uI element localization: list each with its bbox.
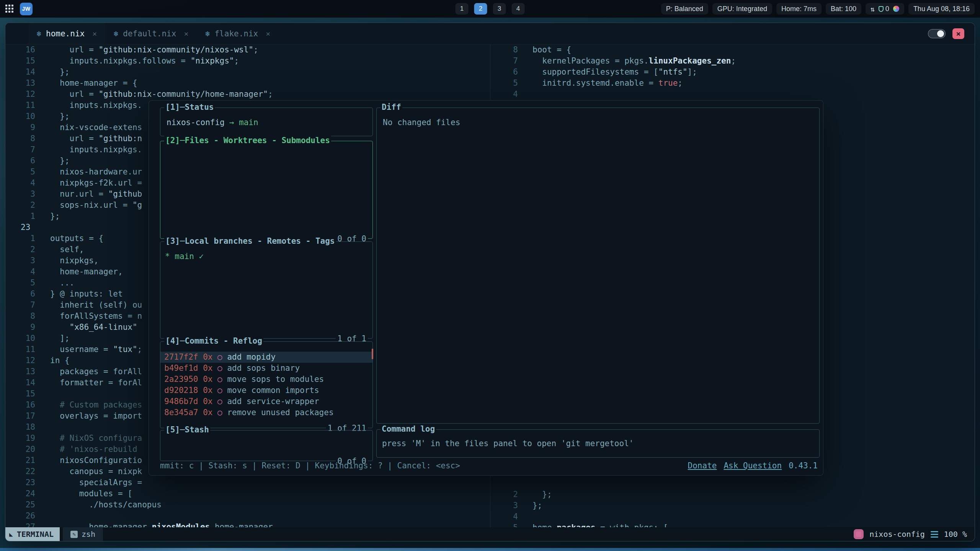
lazygit-status-panel[interactable]: [1]─Status nixos-config→ main [160,108,373,136]
code-text: inherit (self) ou [50,300,142,311]
code-line: 14 }; [5,67,490,78]
line-number: 3 [5,189,35,200]
workspace-2[interactable]: 2 [474,3,487,15]
code-text: username = "tux"; [50,344,142,355]
code-line: 7 kernelPackages = pkgs.linuxPackages_ze… [490,55,975,67]
line-number: 4 [490,511,518,522]
tab-label: home.nix [46,29,85,38]
commit-graph-node: ○ [217,352,227,363]
nix-snowflake-icon: ❄ [37,29,41,38]
code-text: overlays = import [50,411,142,422]
tab-label: flake.nix [214,29,258,38]
commit-row[interactable]: b49ef1d 0x ○ add sops binary [160,363,372,374]
line-number: 6 [5,289,35,300]
code-text: forAllSystems = n [50,311,142,322]
system-tray[interactable]: ⇅ 0 [866,3,904,15]
workspace-4[interactable]: 4 [512,3,525,15]
tab-default.nix[interactable]: ❄default.nix× [105,23,197,44]
commit-hash: 9486b7d [164,396,198,407]
line-number: 23 [5,222,35,233]
line-number: 16 [5,399,35,411]
code-text: inputs.nixpkgs.follows = "nixpkgs"; [50,55,239,67]
line-number: 3 [5,255,35,266]
battery-chip[interactable]: Bat: 100 [826,3,861,15]
commit-hash: 2717f2f [164,352,198,363]
line-number: 13 [5,78,35,89]
lazygit-version: 0.43.1 [789,461,818,470]
line-number: 2 [5,244,35,255]
mode-label: TERMINAL [17,530,54,539]
line-number: 2 [490,489,518,500]
donate-link[interactable]: Donate [688,461,717,470]
commit-row[interactable]: 2717f2f 0x ○ add mopidy [160,352,372,363]
apps-grid-icon[interactable] [5,5,14,13]
line-number: 10 [5,333,35,344]
tab-flake.nix[interactable]: ❄flake.nix× [197,23,279,44]
shield-icon[interactable]: 0 [879,5,889,13]
lazygit-files-panel[interactable]: [2]─Files - Worktrees - Submodules 0 of … [160,141,373,239]
code-text: initrd.systemd.enable = true; [532,78,683,89]
code-text: formatter = forAl [50,377,142,388]
commits-scrollbar[interactable] [372,349,373,359]
lazygit-diff-panel[interactable]: Diff No changed files [376,108,820,424]
network-icon[interactable]: ⇅ [871,5,875,13]
workspace-1[interactable]: 1 [456,3,469,15]
line-number: 5 [5,277,35,289]
repo-icon [854,529,864,539]
code-text: modules = [ [50,488,132,499]
stash-panel-title: [5]─Stash [164,425,210,434]
code-text: nixpkgs-f2k.url = [50,178,142,189]
commit-row[interactable]: 2a23950 0x ○ move sops to modules [160,374,372,385]
code-line: 26 [5,510,490,522]
code-text: ./hosts/canopus [50,499,162,510]
editor-content: 16 url = "github:nix-community/nixos-wsl… [5,44,975,527]
scroll-percent: 100 % [944,530,967,539]
commit-row[interactable]: 9486b7d 0x ○ add service-wrapper [160,396,372,407]
commit-row[interactable]: 8e345a7 0x ○ remove unused packages [160,407,372,418]
ping-chip[interactable]: Home: 7ms [776,3,822,15]
lazygit-branches-panel[interactable]: [3]─Local branches - Remotes - Tags * ma… [160,241,373,339]
line-number: 25 [5,499,35,510]
tab-close-icon[interactable]: × [92,29,97,38]
gpu-chip[interactable]: GPU: Integrated [712,3,772,15]
lazygit-stash-panel[interactable]: [5]─Stash 0 of 0 [160,430,373,461]
tab-home.nix[interactable]: ❄home.nix× [28,23,105,44]
power-profile-chip[interactable]: P: Balanced [661,3,708,15]
tab-close-icon[interactable]: × [266,29,270,38]
ask-question-link[interactable]: Ask Question [724,461,782,470]
workspace-3[interactable]: 3 [493,3,506,15]
nix-snowflake-icon: ❄ [205,29,210,38]
clock[interactable]: Thu Aug 08, 18:16 [908,3,975,15]
code-text: nixosConfiguratio [50,455,142,466]
line-number: 1 [5,211,35,222]
toggle-switch[interactable] [928,29,946,38]
line-number: 8 [5,311,35,322]
keybindings-text: mmit: c | Stash: s | Reset: D | Keybindi… [160,461,460,470]
code-line: 12 url = "github:nix-community/home-mana… [5,89,490,100]
color-palette-icon[interactable] [893,6,899,12]
code-text: url = "github:nix-community/home-manager… [50,89,273,100]
lazygit-command-log-panel[interactable]: Command log press 'M' in the files panel… [376,429,820,458]
command-log-title: Command log [381,424,436,434]
code-line: 4 [490,89,975,100]
tab-close-icon[interactable]: × [184,29,188,38]
shell-label: zsh [82,530,95,539]
line-number: 14 [5,67,35,78]
branch-name: → main [229,118,258,127]
line-number: 11 [5,100,35,111]
code-text: ... [50,277,74,289]
line-number: 17 [5,411,35,422]
shell-tab[interactable]: ✎ zsh [63,527,103,541]
commit-graph-node: ○ [217,407,227,418]
code-text: home-manager, [50,266,123,277]
line-number: 6 [490,67,518,78]
line-number: 4 [5,266,35,277]
code-text: specialArgs = [50,477,142,488]
window-controls: × [928,28,975,39]
commits-panel-title: [4]─Commits - Reflog [164,336,263,346]
lazygit-commits-panel[interactable]: [4]─Commits - Reflog 2717f2f 0x ○ add mo… [160,341,373,428]
code-text: home.packages = with pkgs; [ [532,522,668,527]
window-close-button[interactable]: × [952,28,964,39]
logo-badge[interactable]: JW [20,3,33,15]
commit-row[interactable]: d920218 0x ○ move common imports [160,385,372,396]
